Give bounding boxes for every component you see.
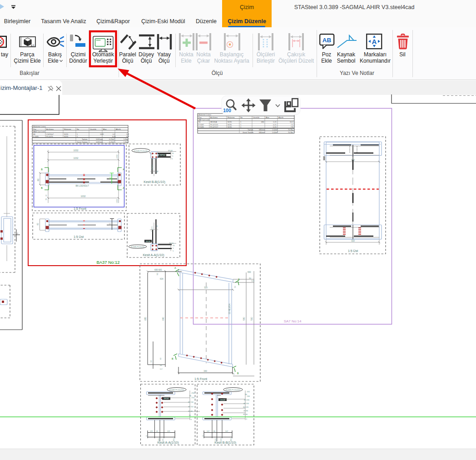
svg-text:A3: A3 bbox=[31, 44, 35, 47]
svg-text:AB: AB bbox=[322, 37, 332, 44]
svg-text:A: A bbox=[372, 38, 377, 45]
